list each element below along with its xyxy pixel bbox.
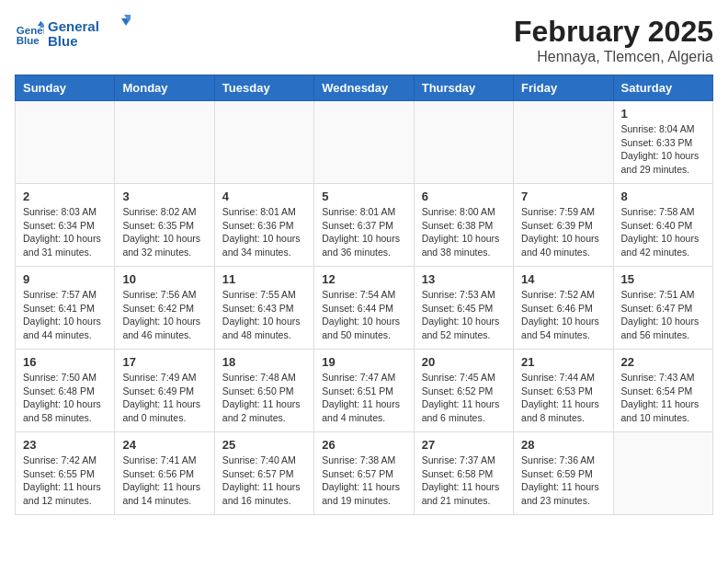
day-info: Sunrise: 7:44 AM Sunset: 6:53 PM Dayligh… bbox=[521, 371, 605, 425]
col-header-monday: Monday bbox=[115, 75, 214, 101]
week-row-2: 2Sunrise: 8:03 AM Sunset: 6:34 PM Daylig… bbox=[16, 184, 713, 267]
day-number: 21 bbox=[521, 355, 605, 369]
day-info: Sunrise: 7:42 AM Sunset: 6:55 PM Dayligh… bbox=[23, 454, 107, 508]
day-number: 13 bbox=[422, 272, 506, 286]
day-cell: 17Sunrise: 7:49 AM Sunset: 6:49 PM Dayli… bbox=[115, 350, 214, 432]
day-cell: 15Sunrise: 7:51 AM Sunset: 6:47 PM Dayli… bbox=[613, 267, 712, 350]
svg-text:Blue: Blue bbox=[48, 33, 78, 49]
day-cell: 18Sunrise: 7:48 AM Sunset: 6:50 PM Dayli… bbox=[214, 350, 313, 432]
day-cell: 20Sunrise: 7:45 AM Sunset: 6:52 PM Dayli… bbox=[414, 350, 513, 432]
day-number: 5 bbox=[322, 190, 405, 203]
day-number: 1 bbox=[621, 107, 705, 121]
calendar-table: SundayMondayTuesdayWednesdayThursdayFrid… bbox=[15, 75, 713, 515]
day-cell: 28Sunrise: 7:36 AM Sunset: 6:59 PM Dayli… bbox=[514, 432, 613, 515]
svg-text:Blue: Blue bbox=[17, 35, 40, 46]
day-number: 10 bbox=[122, 272, 206, 286]
header-row: SundayMondayTuesdayWednesdayThursdayFrid… bbox=[16, 75, 713, 101]
day-number: 8 bbox=[621, 190, 705, 203]
day-number: 14 bbox=[521, 272, 605, 286]
day-cell: 3Sunrise: 8:02 AM Sunset: 6:35 PM Daylig… bbox=[115, 184, 214, 267]
day-info: Sunrise: 7:53 AM Sunset: 6:45 PM Dayligh… bbox=[422, 288, 506, 342]
day-info: Sunrise: 7:58 AM Sunset: 6:40 PM Dayligh… bbox=[621, 205, 705, 259]
day-cell: 13Sunrise: 7:53 AM Sunset: 6:45 PM Dayli… bbox=[414, 267, 513, 350]
day-info: Sunrise: 7:50 AM Sunset: 6:48 PM Dayligh… bbox=[23, 371, 107, 425]
day-cell: 23Sunrise: 7:42 AM Sunset: 6:55 PM Dayli… bbox=[16, 432, 115, 515]
col-header-tuesday: Tuesday bbox=[214, 75, 313, 101]
day-info: Sunrise: 7:59 AM Sunset: 6:39 PM Dayligh… bbox=[521, 205, 605, 259]
day-cell: 10Sunrise: 7:56 AM Sunset: 6:42 PM Dayli… bbox=[115, 267, 214, 350]
title-block: February 2025 Hennaya, Tlemcen, Algeria bbox=[514, 15, 713, 65]
day-cell: 24Sunrise: 7:41 AM Sunset: 6:56 PM Dayli… bbox=[115, 432, 214, 515]
logo: General Blue General Blue bbox=[15, 15, 131, 53]
day-info: Sunrise: 8:02 AM Sunset: 6:35 PM Dayligh… bbox=[122, 205, 206, 259]
day-cell: 12Sunrise: 7:54 AM Sunset: 6:44 PM Dayli… bbox=[314, 267, 414, 350]
day-cell bbox=[613, 432, 712, 515]
day-info: Sunrise: 7:36 AM Sunset: 6:59 PM Dayligh… bbox=[521, 454, 605, 508]
day-number: 23 bbox=[23, 438, 107, 452]
day-cell: 5Sunrise: 8:01 AM Sunset: 6:37 PM Daylig… bbox=[314, 184, 414, 267]
day-number: 22 bbox=[621, 355, 705, 369]
day-number: 7 bbox=[521, 190, 605, 203]
day-info: Sunrise: 7:43 AM Sunset: 6:54 PM Dayligh… bbox=[621, 371, 705, 425]
day-cell: 1Sunrise: 8:04 AM Sunset: 6:33 PM Daylig… bbox=[613, 101, 712, 184]
month-title: February 2025 bbox=[514, 15, 713, 49]
day-info: Sunrise: 8:04 AM Sunset: 6:33 PM Dayligh… bbox=[621, 122, 705, 177]
day-number: 15 bbox=[621, 272, 705, 286]
col-header-friday: Friday bbox=[514, 75, 613, 101]
location-title: Hennaya, Tlemcen, Algeria bbox=[514, 49, 713, 65]
day-cell: 19Sunrise: 7:47 AM Sunset: 6:51 PM Dayli… bbox=[314, 350, 414, 432]
col-header-wednesday: Wednesday bbox=[314, 75, 414, 101]
week-row-1: 1Sunrise: 8:04 AM Sunset: 6:33 PM Daylig… bbox=[16, 101, 713, 184]
day-cell: 9Sunrise: 7:57 AM Sunset: 6:41 PM Daylig… bbox=[16, 267, 115, 350]
day-info: Sunrise: 8:03 AM Sunset: 6:34 PM Dayligh… bbox=[23, 205, 107, 259]
logo-text: General Blue bbox=[48, 15, 131, 53]
day-info: Sunrise: 7:48 AM Sunset: 6:50 PM Dayligh… bbox=[222, 371, 306, 425]
day-info: Sunrise: 8:01 AM Sunset: 6:37 PM Dayligh… bbox=[322, 205, 405, 259]
day-number: 9 bbox=[23, 272, 107, 286]
day-info: Sunrise: 7:57 AM Sunset: 6:41 PM Dayligh… bbox=[23, 288, 107, 342]
day-cell: 2Sunrise: 8:03 AM Sunset: 6:34 PM Daylig… bbox=[16, 184, 115, 267]
day-cell bbox=[115, 101, 214, 184]
day-number: 25 bbox=[222, 438, 306, 452]
col-header-saturday: Saturday bbox=[613, 75, 712, 101]
day-cell bbox=[16, 101, 115, 184]
day-info: Sunrise: 7:41 AM Sunset: 6:56 PM Dayligh… bbox=[122, 454, 206, 508]
svg-text:General: General bbox=[48, 18, 99, 34]
day-number: 28 bbox=[521, 438, 605, 452]
day-info: Sunrise: 7:38 AM Sunset: 6:57 PM Dayligh… bbox=[322, 454, 405, 508]
day-cell: 27Sunrise: 7:37 AM Sunset: 6:58 PM Dayli… bbox=[414, 432, 513, 515]
day-number: 18 bbox=[222, 355, 306, 369]
day-number: 11 bbox=[222, 272, 306, 286]
day-info: Sunrise: 7:56 AM Sunset: 6:42 PM Dayligh… bbox=[122, 288, 206, 342]
col-header-thursday: Thursday bbox=[414, 75, 513, 101]
page-header: General Blue General Blue February 2025 … bbox=[15, 15, 713, 65]
day-number: 6 bbox=[422, 190, 506, 203]
day-info: Sunrise: 7:47 AM Sunset: 6:51 PM Dayligh… bbox=[322, 371, 405, 425]
day-info: Sunrise: 7:49 AM Sunset: 6:49 PM Dayligh… bbox=[122, 371, 206, 425]
day-info: Sunrise: 7:40 AM Sunset: 6:57 PM Dayligh… bbox=[222, 454, 306, 508]
week-row-3: 9Sunrise: 7:57 AM Sunset: 6:41 PM Daylig… bbox=[16, 267, 713, 350]
day-info: Sunrise: 7:37 AM Sunset: 6:58 PM Dayligh… bbox=[422, 454, 506, 508]
day-cell: 11Sunrise: 7:55 AM Sunset: 6:43 PM Dayli… bbox=[214, 267, 313, 350]
day-number: 24 bbox=[122, 438, 206, 452]
day-number: 19 bbox=[322, 355, 405, 369]
day-cell bbox=[514, 101, 613, 184]
day-info: Sunrise: 8:00 AM Sunset: 6:38 PM Dayligh… bbox=[422, 205, 506, 259]
week-row-4: 16Sunrise: 7:50 AM Sunset: 6:48 PM Dayli… bbox=[16, 350, 713, 432]
day-cell: 26Sunrise: 7:38 AM Sunset: 6:57 PM Dayli… bbox=[314, 432, 414, 515]
day-number: 20 bbox=[422, 355, 506, 369]
day-number: 26 bbox=[322, 438, 405, 452]
day-info: Sunrise: 7:45 AM Sunset: 6:52 PM Dayligh… bbox=[422, 371, 506, 425]
day-cell: 16Sunrise: 7:50 AM Sunset: 6:48 PM Dayli… bbox=[16, 350, 115, 432]
day-cell bbox=[314, 101, 414, 184]
day-info: Sunrise: 7:55 AM Sunset: 6:43 PM Dayligh… bbox=[222, 288, 306, 342]
day-cell bbox=[414, 101, 513, 184]
day-cell: 6Sunrise: 8:00 AM Sunset: 6:38 PM Daylig… bbox=[414, 184, 513, 267]
col-header-sunday: Sunday bbox=[16, 75, 115, 101]
day-cell: 14Sunrise: 7:52 AM Sunset: 6:46 PM Dayli… bbox=[514, 267, 613, 350]
day-info: Sunrise: 7:52 AM Sunset: 6:46 PM Dayligh… bbox=[521, 288, 605, 342]
day-info: Sunrise: 7:51 AM Sunset: 6:47 PM Dayligh… bbox=[621, 288, 705, 342]
day-info: Sunrise: 8:01 AM Sunset: 6:36 PM Dayligh… bbox=[222, 205, 306, 259]
day-cell: 22Sunrise: 7:43 AM Sunset: 6:54 PM Dayli… bbox=[613, 350, 712, 432]
day-number: 17 bbox=[122, 355, 206, 369]
